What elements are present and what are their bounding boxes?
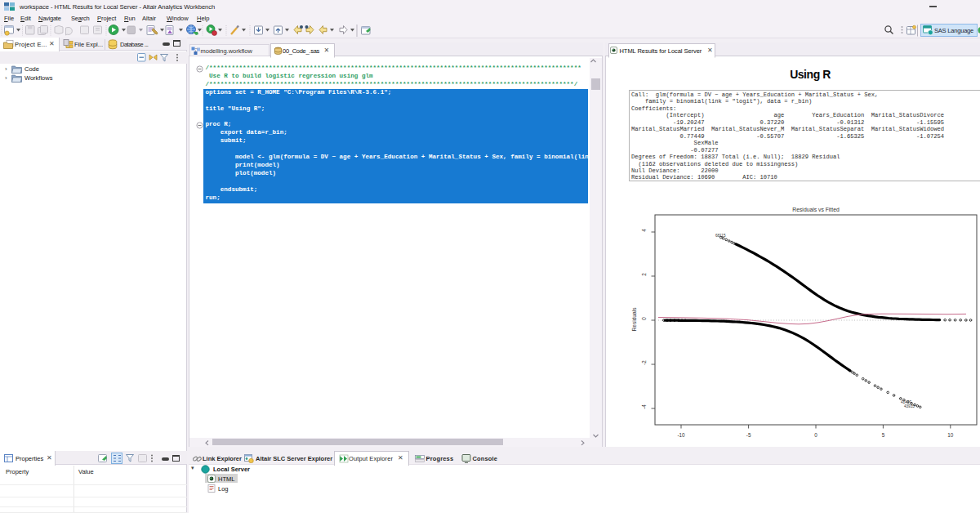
svg-text:Residuals vs Fitted: Residuals vs Fitted [792,207,840,212]
svg-text:43935: 43935 [904,404,915,408]
svg-text:Residuals: Residuals [631,307,637,332]
svg-text:5: 5 [882,432,885,438]
svg-text:-2: -2 [641,360,647,365]
svg-text:0: 0 [814,432,817,438]
svg-text:4: 4 [641,229,647,232]
svg-text:0: 0 [641,317,647,320]
svg-text:10: 10 [947,432,954,438]
svg-text:-10: -10 [677,432,685,438]
svg-text:68115: 68115 [715,234,726,238]
svg-text:-4: -4 [641,404,647,409]
svg-text:2: 2 [641,273,647,276]
svg-text:-5: -5 [746,432,751,438]
